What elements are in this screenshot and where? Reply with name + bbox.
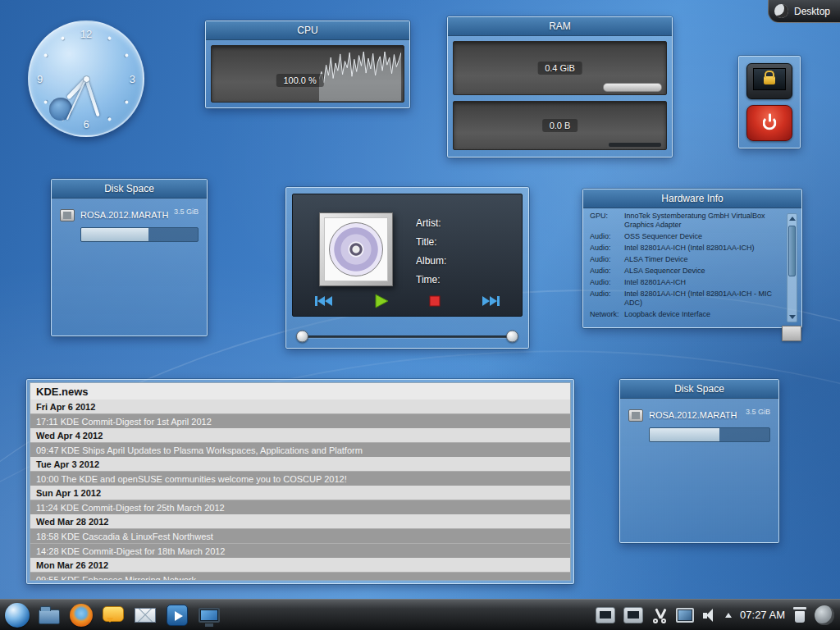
slider-track[interactable] [298,336,517,338]
file-manager-button[interactable] [36,602,62,628]
mail-envelope-icon [135,608,156,623]
scissor-ring [653,619,658,623]
disk-device-row: ROSA.2012.MARATH 3.5 GiB [60,208,199,221]
artist-label: Artist: [416,214,446,233]
seek-slider-handle[interactable] [296,331,308,343]
taskbar: 07:27 AM [0,599,840,630]
hardware-info-row: Audio:ALSA Timer Device [590,255,783,264]
speaker-cone [706,609,713,622]
virtualbox-tray-icon[interactable] [623,607,643,623]
play-button[interactable] [372,292,391,310]
news-date-row: Wed Apr 4 2012 [30,428,570,442]
klipper-scissors-icon[interactable] [651,607,668,623]
virtualbox-tray-icon[interactable] [596,607,615,623]
clock-number-6: 6 [83,118,89,130]
disk-device-icon [628,409,643,422]
email-button[interactable] [132,602,158,628]
news-item-link[interactable]: 10:00 The KDE and openSUSE communities w… [30,471,570,486]
scroll-up-button[interactable] [788,214,797,223]
hardware-value: Intel 82801AA-ICH [624,278,783,287]
album-cover [319,212,393,286]
disk-usage-bar [649,427,770,442]
news-item-link[interactable]: 17:11 KDE Commit-Digest for 1st April 20… [30,413,570,428]
hardware-label: Network: [590,310,624,319]
news-date-row: Tue Apr 3 2012 [30,457,570,471]
hardware-info-row: Audio:ALSA Sequencer Device [590,267,783,276]
media-player-icon [167,605,188,626]
disk-space-widget[interactable]: Disk Space ROSA.2012.MARATH 3.5 GiB [619,379,779,543]
news-item-link[interactable]: 11:24 KDE Commit-Digest for 25th March 2… [30,500,570,514]
media-player-widget[interactable]: Artist: Title: Album: Time: [285,187,529,349]
hardware-info-title[interactable]: Hardware Info [583,189,801,208]
news-date-row: Mon Mar 26 2012 [30,558,570,572]
panel-cashew-icon[interactable] [815,605,834,625]
ram-used-value: 0.4 GiB [537,62,582,75]
scrollbar-thumb[interactable] [788,226,796,276]
clock-hour-dot [107,117,112,121]
cpu-widget-title[interactable]: CPU [206,21,409,40]
stop-icon [428,294,441,308]
previous-button[interactable] [313,293,336,309]
folder-icon [39,609,60,624]
desktop-toolbox-button[interactable]: Desktop [768,0,840,23]
media-player-button[interactable] [164,602,190,628]
lock-screen-button[interactable] [746,63,792,99]
shutdown-button[interactable] [746,105,792,141]
firefox-button[interactable] [68,602,94,628]
clock-hour-dot [125,100,129,104]
clock-hour-dot [43,100,48,104]
lock-logout-widget[interactable] [738,56,801,148]
swap-usage-bar [609,143,661,147]
hardware-info-scrollbar[interactable] [787,213,797,322]
launcher-button[interactable] [4,602,30,628]
clock-hour-dot [43,53,48,57]
display-tray-icon[interactable] [676,608,694,623]
disk-device-name: ROSA.2012.MARATH [80,208,168,220]
media-controls [313,292,502,310]
clock-face: 12 3 6 9 [28,21,144,137]
album-label: Album: [416,252,446,271]
analog-clock-widget[interactable]: 12 3 6 9 [28,21,144,144]
hardware-value: Intel 82801AA-ICH (Intel 82801AA-ICH - M… [624,290,783,308]
ram-monitor-widget[interactable]: RAM 0.4 GiB 0.0 B [447,16,673,158]
previous-icon [314,294,334,308]
news-date-row: Sun Apr 1 2012 [30,486,570,500]
desktop-settings-button[interactable] [196,602,222,628]
trash-body [795,611,805,623]
hardware-value: Loopback device Interface [624,310,783,319]
hardware-value: ALSA Timer Device [624,255,783,264]
news-item-link[interactable]: 14:28 KDE Commit-Digest for 18th March 2… [30,543,570,558]
tray-expand-icon[interactable] [725,613,732,618]
news-item-link[interactable]: 09:47 KDE Ships April Updates to Plasma … [30,442,570,457]
clock-number-9: 9 [37,73,43,85]
hardware-value: InnoTek Systemberatung GmbH VirtualBox G… [624,212,783,230]
stop-button[interactable] [427,293,443,309]
widget-resize-handle[interactable] [782,326,801,341]
hardware-info-widget[interactable]: Hardware Info GPU:InnoTek Systemberatung… [582,189,802,328]
news-item-link[interactable]: 09:55 KDE Enhances Mirroring Network [30,572,570,581]
disk-widget-title[interactable]: Disk Space [52,180,207,199]
news-item-link[interactable]: 18:58 KDE Cascadia & LinuxFest Northwest [30,528,570,543]
ram-widget-title[interactable]: RAM [448,17,672,36]
volume-slider-handle[interactable] [506,331,518,343]
hardware-label: Audio: [590,244,624,253]
instant-messenger-button[interactable] [100,602,126,628]
next-button[interactable] [479,293,502,309]
media-player-panel: Artist: Title: Album: Time: [292,194,523,317]
scroll-down-button[interactable] [788,313,797,322]
trash-icon[interactable] [793,606,806,623]
disk-space-widget[interactable]: Disk Space ROSA.2012.MARATH 3.5 GiB [51,179,208,336]
cpu-monitor-widget[interactable]: CPU 100.0 % [205,21,410,108]
desktop[interactable]: Desktop 12 3 6 9 CPU [0,0,840,630]
disk-widget-title[interactable]: Disk Space [620,380,778,399]
disk-usage-fill [81,228,148,241]
ram-usage-bar [603,83,662,92]
hardware-value: OSS Sequencer Device [624,232,783,241]
disk-size-label: 3.5 GiB [746,408,770,416]
ram-usage-panel: 0.4 GiB [453,41,667,95]
cpu-graph-panel: 100.0 % [211,45,404,103]
volume-icon[interactable] [702,607,717,623]
news-widget[interactable]: KDE.news Fri Apr 6 201217:11 KDE Commit-… [26,379,574,584]
track-info: Artist: Title: Album: Time: [416,214,446,290]
taskbar-clock[interactable]: 07:27 AM [740,609,785,621]
